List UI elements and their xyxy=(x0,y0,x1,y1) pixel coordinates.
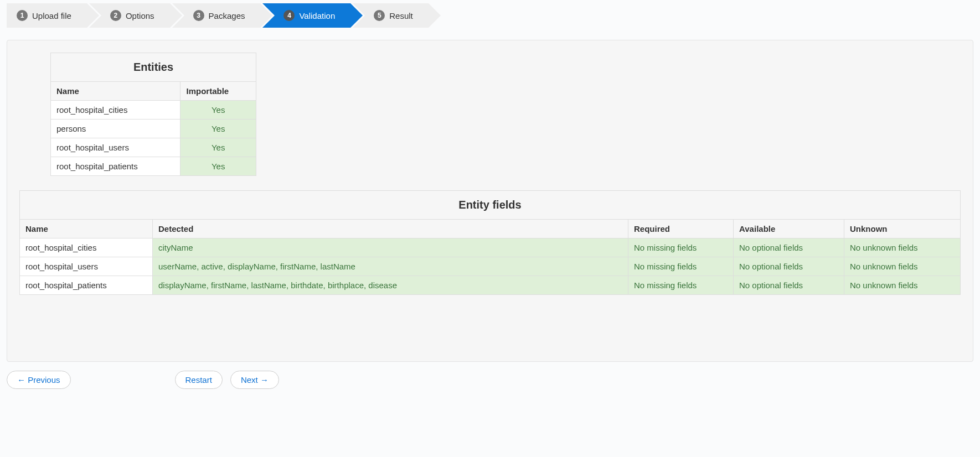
table-header-row: Name Detected Required Available Unknown xyxy=(20,220,961,238)
step-label: Validation xyxy=(299,11,335,20)
col-detected: Detected xyxy=(153,220,628,238)
field-detected: cityName xyxy=(153,238,628,257)
table-row: root_hospital_patients Yes xyxy=(51,157,256,176)
col-importable: Importable xyxy=(180,82,256,101)
entity-name: persons xyxy=(51,120,180,138)
step-label: Upload file xyxy=(32,11,71,20)
entities-caption: Entities xyxy=(50,53,256,81)
step-badge: 4 xyxy=(283,10,295,21)
entities-table: Entities Name Importable root_hospital_c… xyxy=(50,53,256,176)
table-row: root_hospital_users Yes xyxy=(51,138,256,157)
step-validation[interactable]: 4 Validation xyxy=(262,3,350,28)
step-packages[interactable]: 3 Packages xyxy=(172,3,261,28)
field-unknown: No unknown fields xyxy=(844,238,961,257)
table-header-row: Name Importable xyxy=(51,82,256,101)
field-required: No missing fields xyxy=(628,276,734,295)
col-name: Name xyxy=(20,220,153,238)
col-available: Available xyxy=(734,220,844,238)
entity-importable: Yes xyxy=(180,101,256,120)
step-label: Packages xyxy=(209,11,245,20)
table-row: root_hospital_cities Yes xyxy=(51,101,256,120)
field-required: No missing fields xyxy=(628,257,734,276)
table-row: root_hospital_cities cityName No missing… xyxy=(20,238,961,257)
step-label: Result xyxy=(389,11,413,20)
table-row: persons Yes xyxy=(51,120,256,138)
step-result[interactable]: 5 Result xyxy=(353,3,429,28)
field-entity-name: root_hospital_users xyxy=(20,257,153,276)
fields-caption: Entity fields xyxy=(19,190,961,219)
validation-panel: Entities Name Importable root_hospital_c… xyxy=(7,40,973,362)
entity-importable: Yes xyxy=(180,120,256,138)
col-name: Name xyxy=(51,82,180,101)
entity-name: root_hospital_users xyxy=(51,138,180,157)
next-button[interactable]: Next → xyxy=(230,371,279,389)
field-detected: userName, active, displayName, firstName… xyxy=(153,257,628,276)
field-available: No optional fields xyxy=(734,276,844,295)
previous-button[interactable]: ← Previous xyxy=(7,371,71,389)
table-row: root_hospital_patients displayName, firs… xyxy=(20,276,961,295)
field-unknown: No unknown fields xyxy=(844,257,961,276)
field-entity-name: root_hospital_patients xyxy=(20,276,153,295)
step-badge: 2 xyxy=(110,10,121,21)
wizard-steps: 1 Upload file 2 Options 3 Packages 4 Val… xyxy=(7,3,973,28)
step-badge: 5 xyxy=(374,10,385,21)
entity-name: root_hospital_patients xyxy=(51,157,180,176)
entity-importable: Yes xyxy=(180,157,256,176)
field-entity-name: root_hospital_cities xyxy=(20,238,153,257)
field-unknown: No unknown fields xyxy=(844,276,961,295)
col-unknown: Unknown xyxy=(844,220,961,238)
field-available: No optional fields xyxy=(734,257,844,276)
entity-fields-table: Entity fields Name Detected Required Ava… xyxy=(19,190,961,295)
footer-actions: ← Previous Restart Next → xyxy=(7,371,973,389)
table-row: root_hospital_users userName, active, di… xyxy=(20,257,961,276)
step-upload-file[interactable]: 1 Upload file xyxy=(7,3,87,28)
step-options[interactable]: 2 Options xyxy=(89,3,170,28)
field-required: No missing fields xyxy=(628,238,734,257)
step-label: Options xyxy=(126,11,154,20)
entity-importable: Yes xyxy=(180,138,256,157)
field-detected: displayName, firstName, lastName, birthd… xyxy=(153,276,628,295)
step-badge: 3 xyxy=(193,10,204,21)
field-available: No optional fields xyxy=(734,238,844,257)
col-required: Required xyxy=(628,220,734,238)
entity-name: root_hospital_cities xyxy=(51,101,180,120)
step-badge: 1 xyxy=(17,10,28,21)
restart-button[interactable]: Restart xyxy=(175,371,223,389)
